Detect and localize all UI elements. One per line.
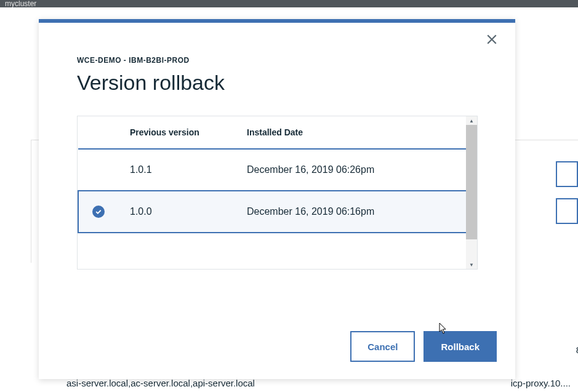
modal-eyebrow: WCE-DEMO - IBM-B2BI-PROD [77, 56, 477, 65]
bg-action-button-1[interactable] [556, 161, 578, 187]
rollback-button[interactable]: Rollback [423, 331, 497, 362]
modal-title: Version rollback [77, 71, 477, 95]
col-date: Installed Date [239, 116, 476, 149]
col-select [78, 116, 122, 149]
table-row[interactable]: 1.0.1 December 16, 2019 06:26pm [78, 149, 476, 191]
cancel-button[interactable]: Cancel [350, 331, 415, 362]
version-table-wrap: Previous version Installed Date 1.0.1 De… [77, 116, 478, 270]
bg-action-button-2[interactable] [556, 198, 578, 224]
row-date: December 16, 2019 06:16pm [239, 191, 476, 233]
bg-num-text: 8 [576, 345, 578, 355]
table-header-row: Previous version Installed Date [78, 116, 476, 149]
version-rollback-modal: WCE-DEMO - IBM-B2BI-PROD Version rollbac… [39, 19, 515, 379]
col-version: Previous version [122, 116, 239, 149]
row-version: 1.0.1 [122, 149, 239, 191]
cluster-name: mycluster [5, 0, 36, 7]
modal-body: WCE-DEMO - IBM-B2BI-PROD Version rollbac… [39, 23, 515, 318]
row-version: 1.0.0 [122, 191, 239, 233]
table-row[interactable]: 1.0.0 December 16, 2019 06:16pm [78, 191, 476, 233]
version-table: Previous version Installed Date 1.0.1 De… [78, 116, 477, 233]
table-scrollbar[interactable]: ▲ ▼ [466, 116, 477, 269]
scroll-down-arrow-icon[interactable]: ▼ [466, 260, 477, 269]
row-select-cell[interactable] [78, 191, 122, 233]
row-date: December 16, 2019 06:26pm [239, 149, 476, 191]
scroll-up-arrow-icon[interactable]: ▲ [466, 116, 477, 125]
selected-check-icon [92, 206, 105, 218]
close-icon[interactable] [484, 33, 499, 47]
row-select-cell[interactable] [78, 149, 122, 191]
top-bar: mycluster [0, 0, 578, 7]
bg-proxy-text: icp-proxy.10.... [511, 378, 571, 388]
table-scroll-area: Previous version Installed Date 1.0.1 De… [78, 116, 477, 269]
bg-servers-text: asi-server.local,ac-server.local,api-ser… [66, 378, 255, 388]
modal-footer: Cancel Rollback [39, 318, 515, 379]
scroll-thumb[interactable] [466, 125, 477, 239]
